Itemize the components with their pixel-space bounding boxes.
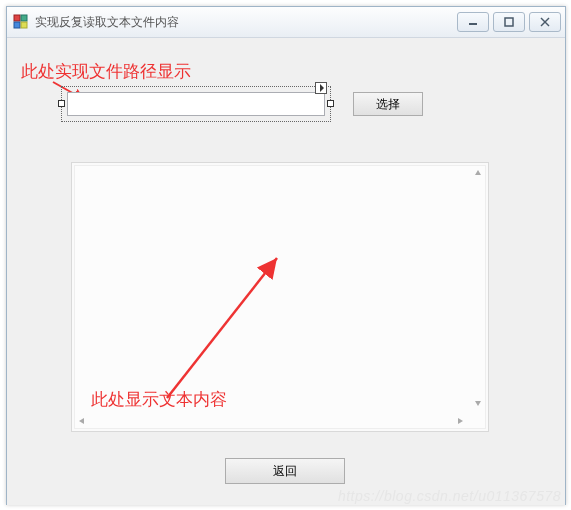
scroll-right-icon[interactable] — [452, 413, 468, 429]
close-button[interactable] — [529, 12, 561, 32]
svg-rect-3 — [21, 22, 27, 28]
minimize-button[interactable] — [457, 12, 489, 32]
resize-handle-right[interactable] — [327, 100, 334, 107]
svg-rect-1 — [21, 15, 27, 21]
path-input-container — [67, 92, 325, 116]
client-area: 此处实现文件路径显示 选择 — [7, 38, 565, 505]
vertical-scrollbar[interactable] — [470, 165, 486, 411]
svg-rect-0 — [14, 15, 20, 21]
scroll-down-icon[interactable] — [470, 395, 486, 411]
annotation-path-hint: 此处实现文件路径显示 — [21, 60, 191, 83]
scroll-left-icon[interactable] — [74, 413, 90, 429]
window-title: 实现反复读取文本文件内容 — [35, 14, 457, 31]
window-controls — [457, 12, 561, 32]
designer-selection-outline — [61, 86, 331, 122]
form-designer-window: 实现反复读取文本文件内容 此处实现文件路径显示 — [6, 6, 566, 505]
content-textbox[interactable] — [71, 162, 489, 432]
scroll-up-icon[interactable] — [470, 165, 486, 181]
app-icon — [13, 14, 29, 30]
svg-rect-5 — [505, 18, 513, 26]
return-button[interactable]: 返回 — [225, 458, 345, 484]
select-button[interactable]: 选择 — [353, 92, 423, 116]
resize-handle-left[interactable] — [58, 100, 65, 107]
svg-rect-2 — [14, 22, 20, 28]
smart-tag-icon[interactable] — [315, 82, 327, 94]
maximize-button[interactable] — [493, 12, 525, 32]
content-inner — [74, 165, 486, 429]
titlebar: 实现反复读取文本文件内容 — [7, 7, 565, 38]
horizontal-scrollbar[interactable] — [74, 413, 468, 429]
